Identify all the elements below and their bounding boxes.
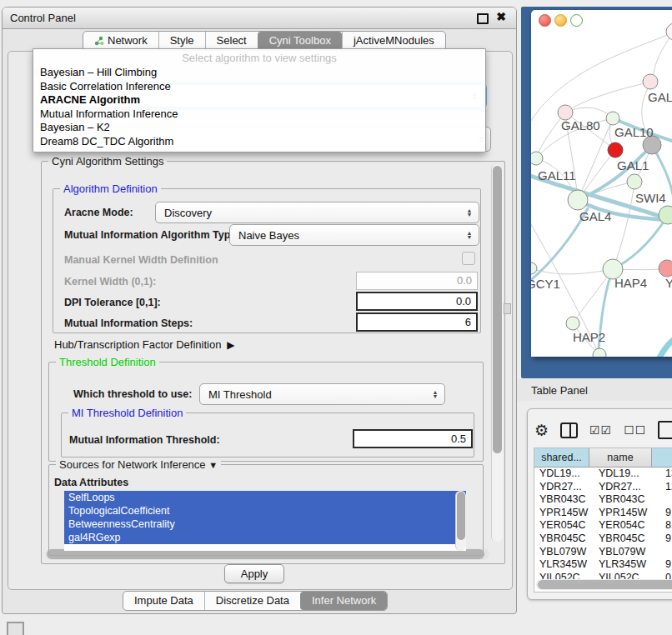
table-horizontal-scrollbar[interactable]	[536, 579, 672, 590]
cell	[660, 493, 672, 507]
tab-impute-data[interactable]: Impute Data	[123, 592, 204, 610]
dpi-tolerance-field[interactable]: 0.0	[356, 292, 478, 311]
column-header-shared-name[interactable]: shared...	[534, 448, 589, 467]
table-row[interactable]: YDL19...YDL19...13	[534, 468, 672, 481]
mi-algorithm-type-label: Mutual Information Algorithm Type:	[64, 229, 239, 241]
sources-title-text: Sources for Network Inference	[59, 458, 206, 471]
table-row[interactable]: YDR27...YDR27...12	[534, 481, 672, 494]
cell: 9.	[660, 507, 672, 520]
tab-infer-network[interactable]: Infer Network	[300, 592, 387, 610]
table-row[interactable]: YER054CYER054C8.	[534, 519, 672, 532]
gear-icon[interactable]: ⚙	[534, 421, 549, 440]
mi-steps-field[interactable]: 6	[356, 312, 478, 332]
node-gal10[interactable]	[606, 112, 619, 125]
node-label: SWI4	[635, 191, 666, 205]
column-header-name[interactable]: name	[589, 448, 652, 467]
tab-select-label: Select	[217, 32, 247, 50]
control-panel-title: Control Panel	[10, 12, 76, 24]
algorithm-option[interactable]: Bayesian – K2	[33, 121, 485, 135]
aracne-mode-value: Discovery	[156, 207, 464, 219]
algorithm-definition-title: Algorithm Definition	[60, 182, 161, 195]
table-row[interactable]: YBR043CYBR043C	[534, 493, 672, 507]
node-top-right[interactable]	[666, 23, 672, 40]
tab-network-label: Network	[108, 32, 148, 50]
float-window-icon[interactable]	[477, 13, 489, 24]
table-body: YDL19...YDL19...13 YDR27...YDR27...12 YB…	[534, 468, 672, 584]
node-bottom[interactable]	[593, 348, 606, 357]
which-threshold-combo[interactable]: MI Threshold ▲▼	[199, 383, 445, 405]
cell: YDL19...	[534, 468, 594, 481]
node-selected-red[interactable]	[608, 142, 623, 158]
attributes-scrollbar-thumb[interactable]	[457, 492, 465, 540]
settings-vertical-scrollbar-thumb[interactable]	[493, 166, 502, 453]
algorithm-dropdown-placeholder: Select algorithm to view settings	[33, 52, 485, 64]
algorithm-dropdown-items: Bayesian – Hill Climbing Basic Correlati…	[33, 66, 485, 148]
tab-discretize-data[interactable]: Discretize Data	[204, 592, 300, 610]
tab-jactivemnodules-label: jActiveMNodules	[354, 32, 434, 50]
columns-icon[interactable]	[560, 422, 578, 438]
bottom-tabbar: Impute Data Discretize Data Infer Networ…	[123, 591, 388, 611]
manual-kernel-width-checkbox[interactable]	[462, 252, 475, 265]
mi-algorithm-type-combo[interactable]: Naive Bayes ▲▼	[229, 224, 479, 246]
cell: 8.	[660, 519, 672, 532]
kernel-width-field[interactable]: 0.0	[356, 272, 478, 290]
mi-threshold-field[interactable]: 0.5	[353, 429, 473, 448]
table-row[interactable]: YBL079WYBL079W	[534, 546, 672, 559]
aracne-mode-label: Aracne Mode:	[64, 207, 133, 218]
control-panel-titlebar[interactable]: Control Panel ✖	[3, 8, 516, 29]
tab-network[interactable]: Network	[83, 32, 158, 50]
node-hap2[interactable]	[566, 317, 579, 330]
table-horizontal-scrollbar-thumb[interactable]	[538, 580, 672, 589]
apply-button[interactable]: Apply	[224, 564, 284, 583]
node-gal-top[interactable]	[643, 74, 658, 89]
stepper-icon: ▲▼	[464, 208, 475, 217]
table-header-row: shared... name A	[534, 448, 672, 468]
table-row[interactable]: YBR045CYBR045C9.	[534, 532, 672, 546]
cell: YBR045C	[534, 532, 594, 546]
table-row[interactable]: YLR345WYLR345W9.	[534, 558, 672, 572]
network-view-window[interactable]: GAL GAL80 GAL10 GAL11 GAL1 SWI4 GAL4 GCY…	[531, 10, 672, 357]
cell: YBR045C	[594, 532, 660, 546]
expanded-arrow-icon[interactable]: ▼	[208, 460, 218, 470]
node-gal11[interactable]	[531, 152, 543, 165]
panel-divider-handle[interactable]	[504, 303, 511, 314]
attributes-scrollbar[interactable]	[455, 491, 466, 551]
algorithm-option[interactable]: Mutual Information Inference	[33, 108, 485, 122]
node-gal1[interactable]	[627, 174, 642, 189]
attribute-item[interactable]: TopologicalCoefficient	[64, 504, 466, 518]
table-panel-titlebar: Table Panel	[517, 379, 672, 401]
algorithm-option[interactable]: Dream8 DC_TDC Algorithm	[33, 135, 485, 149]
node-gcy1[interactable]	[531, 262, 537, 274]
function-builder-icon[interactable]	[658, 421, 672, 439]
select-all-checkboxes-icon[interactable]: ☑☑	[589, 423, 612, 437]
attribute-item[interactable]: BetweennessCentrality	[64, 518, 466, 531]
cell: YBR043C	[534, 493, 594, 507]
attribute-item[interactable]: gal4RGexp	[64, 531, 466, 544]
attribute-item[interactable]: SelfLoops	[64, 491, 466, 504]
node-label: GAL10	[614, 125, 654, 139]
node-gal4[interactable]	[568, 190, 588, 210]
hub-definition-toggle[interactable]: Hub/Transcription Factor Definition ▶	[54, 338, 235, 351]
tab-cyni-toolbox[interactable]: Cyni Toolbox	[258, 32, 342, 50]
close-icon[interactable]: ✖	[496, 10, 506, 23]
column-header-third[interactable]: A	[652, 448, 672, 467]
cell: YER054C	[534, 519, 594, 532]
algorithm-option[interactable]: Bayesian – Hill Climbing	[33, 66, 485, 80]
aracne-mode-combo[interactable]: Discovery ▲▼	[155, 202, 479, 223]
stepper-icon: ▲▼	[429, 390, 441, 398]
collapsed-arrow-icon[interactable]: ▶	[224, 339, 235, 351]
minimized-panel-icon[interactable]	[7, 622, 24, 635]
node-salmon[interactable]	[659, 260, 672, 277]
algorithm-option-selected[interactable]: ARACNE Algorithm	[33, 93, 485, 108]
settings-vertical-scrollbar[interactable]	[491, 164, 503, 542]
table-row[interactable]: YPR145WYPR145W9.	[534, 507, 672, 520]
cell: YLR345W	[534, 558, 594, 572]
deselect-all-checkboxes-icon[interactable]: ☐☐	[624, 423, 646, 437]
algorithm-option[interactable]: Basic Correlation Inference	[33, 80, 485, 94]
node-label: GAL11	[538, 168, 576, 182]
cell: 13	[660, 468, 672, 481]
tab-style[interactable]: Style	[158, 32, 205, 50]
mi-algorithm-type-value: Naive Bayes	[230, 229, 464, 242]
tab-jactivemnodules[interactable]: jActiveMNodules	[342, 32, 445, 50]
tab-select[interactable]: Select	[205, 32, 258, 50]
